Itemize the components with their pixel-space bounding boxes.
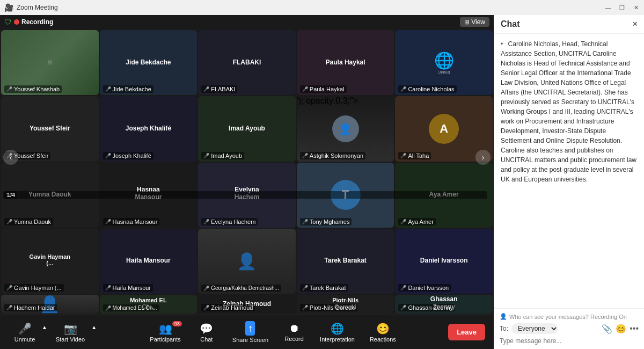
video-area: 🛡 Recording ⊞ View ‹ 1/4 🏛 🎤: [0, 15, 494, 349]
video-cell-piotr: Piotr-Nils Gorecki 🎤 Piotr-Nils Gorecki: [297, 295, 394, 314]
zoom-logo: 🎥: [4, 3, 13, 12]
more-options-icon[interactable]: •••: [630, 324, 639, 333]
mic-icon-georgia: 🎤: [203, 286, 209, 291]
mic-icon-tarek: 🎤: [302, 285, 308, 290]
reactions-button[interactable]: 😊 Reactions: [364, 320, 401, 345]
video-cell-flabaki: FLABAKI 🎤 FLABAKI: [198, 30, 296, 95]
unmute-label: Unmute: [14, 336, 35, 343]
toolbar-right: Leave: [448, 324, 485, 340]
start-video-button[interactable]: 📷 Start Video: [50, 320, 90, 345]
mic-icon-joseph: 🎤: [105, 153, 111, 158]
participants-label: Participants: [150, 336, 180, 343]
video-cell-tarek: Tarek Barakat 🎤 Tarek Barakat: [297, 229, 394, 294]
participant-name-ghassan: 🎤 Ghassan Zeenny: [398, 304, 455, 311]
cell-name-flabaki: FLABAKI: [233, 58, 261, 66]
maximize-button[interactable]: ❐: [618, 4, 626, 11]
participant-name-daniel: 🎤 Daniel Ivarsson: [398, 284, 451, 292]
chat-recipient-select[interactable]: Everyone: [511, 323, 558, 334]
cell-name-youssef-sfeir: Youssef Sfeir: [30, 124, 70, 132]
video-grid: ‹ 1/4 🏛 🎤 Youssef Khashab Jide Bekdache: [0, 29, 494, 315]
participant-name-imad: 🎤 Imad Ayoub: [201, 152, 244, 159]
mic-icon-yumna: 🎤: [6, 219, 12, 224]
participant-name-mohamed: 🎤 Mohamed EL Ch...: [103, 304, 159, 311]
video-cell-imad: Imad Ayoub 🎤 Imad Ayoub: [198, 96, 296, 161]
chat-title: Chat: [501, 19, 520, 29]
participant-name-piotr: 🎤 Piotr-Nils Gorecki: [300, 304, 358, 311]
window-title: Zoom Meeting: [17, 4, 58, 11]
participants-button[interactable]: 👥 93 Participants: [144, 320, 186, 345]
recording-dot: [14, 19, 19, 25]
mic-icon-aya: 🎤: [400, 219, 406, 224]
participant-name-flabaki: 🎤 FLABAKI: [201, 85, 237, 93]
chat-input-row: [500, 337, 639, 345]
participant-name-hachem: 🎤 Hachem Haidar: [4, 304, 57, 311]
microphone-muted-icon: 🎤: [18, 322, 32, 335]
participant-name-yumna: 🎤 Yumna Daouk: [4, 218, 53, 226]
participant-name-georgia: 🎤 Georgia/Kakha Demetrash...: [201, 285, 281, 292]
mic-icon-ghassan: 🎤: [400, 305, 406, 310]
close-button[interactable]: ✕: [632, 4, 640, 11]
interpretation-icon: 🌐: [331, 322, 344, 335]
chat-to-row: To: Everyone 📎 😊 •••: [500, 323, 639, 334]
chat-input[interactable]: [500, 337, 639, 345]
mic-icon-gavin: 🎤: [6, 285, 12, 290]
video-cell-jide-bekdache: Jide Bekdache 🎤 Jide Bekdache: [100, 30, 197, 95]
participant-name-zeinab: 🎤 Zeinab Hamoud: [201, 304, 255, 311]
share-screen-icon: ↑: [245, 321, 255, 336]
participant-name-tarek: 🎤 Tarek Barakat: [300, 284, 348, 292]
mic-icon-ali: 🎤: [400, 153, 406, 158]
mic-muted-icon: 🎤: [6, 86, 12, 92]
unmute-button[interactable]: 🎤 Unmute: [9, 320, 41, 345]
video-cell-ghassan: Ghassan Zeenny 🎤 Ghassan Zeenny: [395, 295, 493, 314]
share-screen-button[interactable]: ↑ Share Screen: [227, 319, 274, 345]
recording-bar: 🛡 Recording ⊞ View: [0, 15, 494, 29]
video-arrow[interactable]: ▲: [90, 322, 98, 332]
view-button[interactable]: ⊞ View: [460, 17, 489, 27]
video-cell-daniel: Daniel Ivarsson 🎤 Daniel Ivarsson: [395, 229, 493, 294]
leave-button[interactable]: Leave: [448, 324, 485, 340]
participant-name-hasnaa: 🎤 Hasnaa Mansour: [103, 218, 160, 226]
nav-arrow-left[interactable]: ‹: [3, 150, 18, 165]
share-screen-label: Share Screen: [232, 337, 268, 343]
chat-messages: • Caroline Nicholas, Head, Technical Ass…: [494, 34, 644, 308]
mic-icon-piotr: 🎤: [302, 305, 308, 310]
attachment-icon[interactable]: 📎: [602, 324, 612, 334]
main-container: 🛡 Recording ⊞ View ‹ 1/4 🏛 🎤: [0, 15, 644, 349]
chat-icon: 💬: [200, 322, 213, 335]
participant-name-evelyna: 🎤 Evelyna Hachem: [201, 218, 258, 226]
minimize-button[interactable]: —: [604, 4, 612, 11]
chat-button[interactable]: 💬 Chat: [191, 320, 223, 345]
video-group: 📷 Start Video ▲: [50, 320, 98, 345]
interpretation-label: Interpretation: [320, 336, 355, 343]
mic-icon-daniel: 🎤: [400, 285, 406, 290]
mic-icon-mohamed: 🎤: [105, 306, 111, 311]
cell-name-haifa: Haifa Mansour: [126, 257, 171, 264]
grid-icon: ⊞: [464, 18, 470, 26]
unmute-arrow[interactable]: ▲: [41, 322, 48, 332]
emoji-icon[interactable]: 😊: [616, 324, 626, 334]
toolbar-center: 👥 93 Participants 💬 Chat ↑ Share Screen …: [98, 319, 448, 345]
participant-name-joseph: 🎤 Joseph Khalifé: [103, 152, 153, 159]
chat-panel: Chat ✕ • Caroline Nicholas, Head, Techni…: [494, 15, 644, 349]
shield-icon: 🛡: [4, 18, 12, 26]
video-cell-haifa: Haifa Mansour 🎤 Haifa Mansour: [100, 229, 197, 294]
mic-icon-caroline: 🎤: [400, 86, 406, 92]
cell-name-paula: Paula Haykal: [326, 58, 365, 66]
mic-icon-hasnaa: 🎤: [105, 219, 111, 224]
video-cell-georgia: 👤 🎤 Georgia/Kakha Demetrash...: [198, 229, 296, 294]
video-cell-astghik: '); opacity:0.3;"> 👤 🎤 Astghik Solomonya…: [297, 96, 394, 161]
chat-collapse-icon[interactable]: ✕: [632, 20, 638, 28]
interpretation-button[interactable]: 🌐 Interpretation: [314, 320, 360, 345]
chat-to-label: To:: [500, 325, 508, 332]
mic-icon-astghik: 🎤: [302, 153, 308, 158]
nav-arrow-right[interactable]: ›: [475, 150, 491, 165]
participant-name-aya: 🎤 Aya Amer: [398, 218, 436, 226]
participant-name-jide: 🎤 Jide Bekdache: [103, 85, 153, 93]
toolbar-left: 🎤 Unmute ▲ 📷 Start Video ▲: [9, 320, 98, 345]
chat-message-0: • Caroline Nicholas, Head, Technical Ass…: [501, 39, 638, 184]
record-button[interactable]: ⏺ Record: [278, 320, 310, 344]
participant-name-gavin: 🎤 Gavin Hayman (...: [4, 284, 64, 292]
mic-icon-paula: 🎤: [302, 86, 308, 92]
participants-icon: 👥: [159, 322, 172, 335]
mic-icon-flabaki: 🎤: [203, 86, 209, 92]
